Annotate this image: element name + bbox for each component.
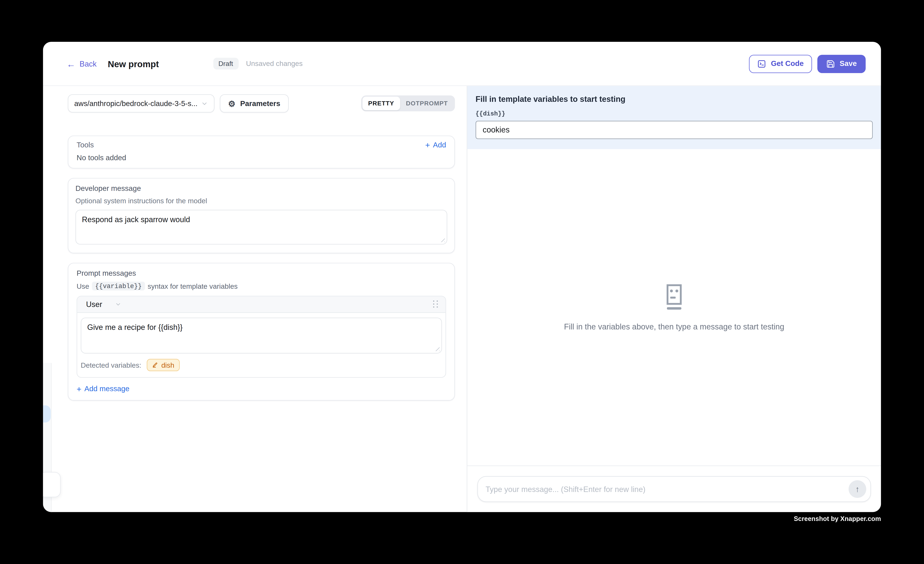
tester-panel: Fill in template variables to start test… bbox=[466, 86, 881, 512]
tools-title: Tools bbox=[76, 141, 94, 149]
chat-input-bar: ↑ bbox=[467, 466, 881, 512]
developer-message-card: Developer message Optional system instru… bbox=[68, 178, 455, 253]
empty-state-text: Fill in the variables above, then type a… bbox=[564, 322, 784, 331]
tools-card: Tools + Add No tools added bbox=[68, 135, 455, 168]
stage: ← Back New prompt Draft Unsaved changes … bbox=[0, 0, 924, 564]
drag-handle-icon[interactable] bbox=[433, 300, 438, 308]
main-body: aws/anthropic/bedrock-claude-3-5-s... ⚙ … bbox=[43, 86, 881, 512]
save-icon bbox=[826, 59, 835, 68]
back-button[interactable]: ← Back bbox=[67, 59, 97, 68]
format-toggle: PRETTY DOTPROMPT bbox=[361, 96, 455, 111]
get-code-button[interactable]: Get Code bbox=[749, 55, 812, 73]
tester-title: Fill in template variables to start test… bbox=[476, 95, 873, 104]
tools-empty-text: No tools added bbox=[76, 154, 446, 162]
save-label: Save bbox=[840, 59, 857, 68]
format-toggle-dotprompt[interactable]: DOTPROMPT bbox=[400, 97, 454, 110]
corner-popover-card bbox=[43, 472, 61, 497]
developer-message-title: Developer message bbox=[75, 184, 447, 192]
message-header: User bbox=[77, 296, 446, 313]
send-arrow-icon: ↑ bbox=[855, 484, 860, 494]
detected-variables-row: Detected variables: dish bbox=[77, 354, 446, 377]
page-title: New prompt bbox=[108, 58, 159, 69]
variable-syntax-chip: {{variable}} bbox=[92, 282, 145, 290]
detected-variables-label: Detected variables: bbox=[81, 361, 141, 369]
bot-face-icon bbox=[662, 284, 687, 311]
model-row: aws/anthropic/bedrock-claude-3-5-s... ⚙ … bbox=[68, 94, 455, 112]
developer-message-subtitle: Optional system instructions for the mod… bbox=[75, 197, 447, 205]
chat-message-input[interactable] bbox=[480, 484, 849, 494]
watermark: Screenshot by Xnapper.com bbox=[794, 515, 881, 522]
add-message-label: Add message bbox=[84, 385, 129, 393]
parameters-label: Parameters bbox=[240, 99, 280, 108]
edit-pencil-icon bbox=[152, 362, 158, 368]
model-selector[interactable]: aws/anthropic/bedrock-claude-3-5-s... bbox=[68, 94, 214, 112]
top-bar: ← Back New prompt Draft Unsaved changes … bbox=[43, 42, 881, 86]
chat-empty-state: Fill in the variables above, then type a… bbox=[467, 149, 881, 466]
unsaved-changes-note: Unsaved changes bbox=[246, 59, 303, 68]
terminal-icon bbox=[758, 59, 766, 68]
message-block: User Give me a recipe for {{dish}} bbox=[76, 296, 446, 378]
sidebar-selected-highlight[interactable] bbox=[43, 405, 51, 423]
parameters-button[interactable]: ⚙ Parameters bbox=[220, 94, 288, 112]
variable-value-input[interactable] bbox=[476, 121, 873, 139]
variable-badge-dish[interactable]: dish bbox=[147, 359, 180, 371]
prompt-messages-title: Prompt messages bbox=[76, 269, 446, 278]
template-variables-panel: Fill in template variables to start test… bbox=[467, 86, 881, 149]
add-message-button[interactable]: + Add message bbox=[76, 385, 446, 393]
app-window: ← Back New prompt Draft Unsaved changes … bbox=[43, 42, 881, 512]
prompt-editor-panel: aws/anthropic/bedrock-claude-3-5-s... ⚙ … bbox=[43, 86, 467, 512]
send-button[interactable]: ↑ bbox=[849, 480, 866, 498]
gear-icon: ⚙ bbox=[228, 99, 236, 108]
chevron-down-icon bbox=[201, 100, 208, 107]
plus-icon: + bbox=[425, 141, 430, 149]
add-tool-label: Add bbox=[433, 141, 446, 149]
role-selector[interactable]: User bbox=[86, 300, 122, 309]
chat-input-container: ↑ bbox=[477, 476, 871, 502]
plus-icon: + bbox=[76, 385, 81, 393]
get-code-label: Get Code bbox=[771, 59, 804, 68]
prompt-messages-card: Prompt messages Use {{variable}} syntax … bbox=[68, 263, 455, 401]
message-content-input[interactable]: Give me a recipe for {{dish}} bbox=[81, 318, 442, 353]
developer-message-input[interactable]: Respond as jack sparrow would bbox=[75, 210, 447, 244]
chevron-down-icon bbox=[115, 301, 122, 308]
back-label: Back bbox=[80, 59, 97, 68]
model-selector-value: aws/anthropic/bedrock-claude-3-5-s... bbox=[74, 99, 198, 108]
variable-badge-label: dish bbox=[161, 361, 174, 369]
variable-name-label: {{dish}} bbox=[476, 110, 873, 117]
role-value: User bbox=[86, 300, 102, 309]
back-arrow-icon: ← bbox=[67, 59, 75, 68]
add-tool-button[interactable]: + Add bbox=[425, 141, 446, 149]
status-badge: Draft bbox=[213, 58, 238, 69]
format-toggle-pretty[interactable]: PRETTY bbox=[362, 97, 400, 110]
prompt-messages-subtitle: Use {{variable}} syntax for template var… bbox=[76, 282, 446, 290]
save-button[interactable]: Save bbox=[818, 55, 866, 73]
